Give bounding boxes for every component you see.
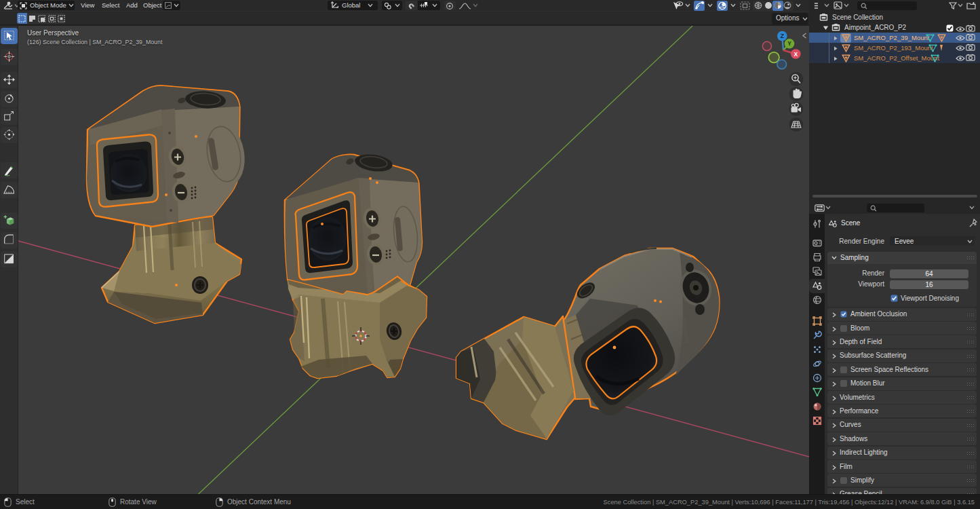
svg-text:X: X	[793, 51, 798, 58]
svg-text:Z: Z	[781, 33, 784, 39]
svg-text:Y: Y	[787, 40, 791, 47]
